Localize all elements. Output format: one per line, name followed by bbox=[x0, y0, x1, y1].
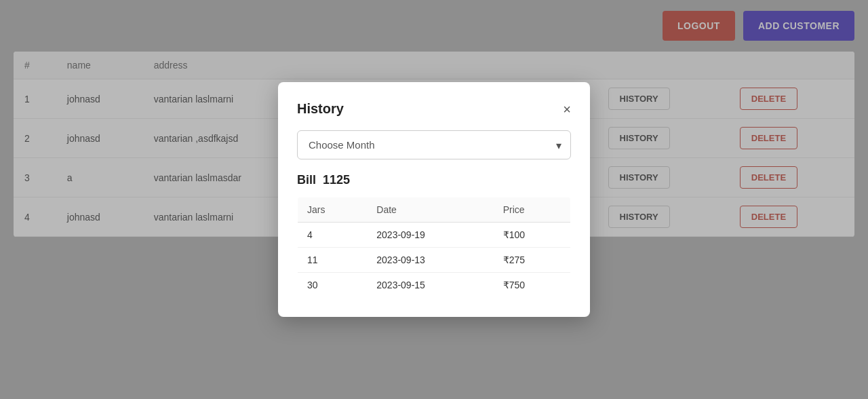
bill-table-row: 4 2023-09-19 ₹100 bbox=[298, 223, 571, 248]
bill-table-header: Jars Date Price bbox=[298, 197, 571, 223]
bill-table-row: 30 2023-09-15 ₹750 bbox=[298, 273, 571, 298]
bill-table-row: 11 2023-09-13 ₹275 bbox=[298, 248, 571, 273]
month-select-wrapper: Choose Month September 2023 August 2023 … bbox=[297, 130, 571, 159]
modal-title: History bbox=[297, 101, 344, 117]
history-modal: History × Choose Month September 2023 Au… bbox=[278, 82, 590, 317]
bill-cell-date: 2023-09-19 bbox=[367, 223, 493, 248]
bill-table: Jars Date Price 4 2023-09-19 ₹100 11 202… bbox=[297, 197, 571, 298]
bill-col-date: Date bbox=[367, 197, 493, 223]
modal-overlay: History × Choose Month September 2023 Au… bbox=[0, 0, 868, 399]
bill-cell-date: 2023-09-13 bbox=[367, 248, 493, 273]
bill-col-price: Price bbox=[494, 197, 571, 223]
bill-cell-price: ₹275 bbox=[494, 248, 571, 273]
bill-col-jars: Jars bbox=[298, 197, 368, 223]
bill-cell-price: ₹100 bbox=[494, 223, 571, 248]
bill-cell-jars: 30 bbox=[298, 273, 368, 298]
bill-cell-jars: 4 bbox=[298, 223, 368, 248]
modal-close-button[interactable]: × bbox=[563, 102, 571, 116]
bill-cell-date: 2023-09-15 bbox=[367, 273, 493, 298]
month-select[interactable]: Choose Month September 2023 August 2023 … bbox=[297, 130, 571, 159]
modal-header: History × bbox=[297, 101, 571, 117]
bill-cell-jars: 11 bbox=[298, 248, 368, 273]
bill-cell-price: ₹750 bbox=[494, 273, 571, 298]
bill-title: Bill 1125 bbox=[297, 173, 571, 187]
